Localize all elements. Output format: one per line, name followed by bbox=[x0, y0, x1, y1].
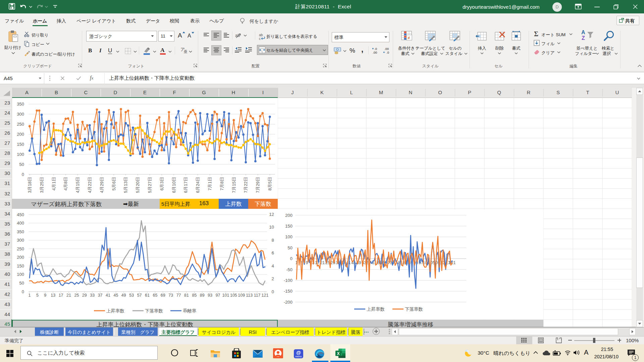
svg-text:5: 5 bbox=[36, 293, 39, 298]
svg-text:41: 41 bbox=[106, 293, 110, 298]
svg-text:200: 200 bbox=[285, 213, 292, 218]
svg-text:250: 250 bbox=[17, 246, 24, 251]
svg-text:5月27日: 5月27日 bbox=[147, 177, 152, 193]
svg-text:8: 8 bbox=[272, 238, 274, 243]
svg-text:300: 300 bbox=[17, 112, 24, 117]
svg-text:-150: -150 bbox=[284, 289, 292, 294]
svg-text:2: 2 bbox=[272, 276, 274, 281]
svg-text:6月17日: 6月17日 bbox=[183, 177, 188, 193]
svg-text:65: 65 bbox=[153, 293, 157, 298]
svg-text:0: 0 bbox=[290, 256, 292, 261]
svg-text:97: 97 bbox=[216, 293, 220, 298]
svg-text:150: 150 bbox=[17, 142, 24, 147]
svg-text:50: 50 bbox=[19, 281, 24, 286]
svg-text:-50: -50 bbox=[286, 267, 292, 272]
svg-text:≠: ≠ bbox=[408, 35, 410, 40]
svg-text:4: 4 bbox=[272, 263, 274, 268]
svg-text:ab: ab bbox=[235, 33, 240, 38]
svg-text:.00: .00 bbox=[384, 47, 389, 51]
svg-text:4月29日: 4月29日 bbox=[99, 177, 104, 193]
svg-text:6月24日: 6月24日 bbox=[195, 177, 200, 193]
svg-text:7月15日: 7月15日 bbox=[231, 177, 236, 193]
svg-text:4月8日: 4月8日 bbox=[63, 177, 68, 190]
svg-text:61: 61 bbox=[145, 293, 150, 298]
svg-text:81: 81 bbox=[184, 293, 189, 298]
svg-text:8月5日: 8月5日 bbox=[267, 177, 272, 190]
svg-text:100: 100 bbox=[17, 152, 24, 157]
svg-text:7月8日: 7月8日 bbox=[219, 177, 224, 190]
svg-text:150: 150 bbox=[285, 224, 292, 229]
svg-text:77: 77 bbox=[176, 293, 181, 298]
svg-text:57: 57 bbox=[137, 293, 142, 298]
svg-text:45: 45 bbox=[113, 293, 118, 298]
svg-text:3月25日: 3月25日 bbox=[39, 177, 44, 193]
svg-text:50: 50 bbox=[288, 245, 292, 250]
svg-text:105: 105 bbox=[230, 293, 237, 298]
svg-text:4月1日: 4月1日 bbox=[51, 177, 56, 190]
svg-text:400: 400 bbox=[17, 221, 24, 226]
svg-text:85: 85 bbox=[192, 293, 197, 298]
svg-text:12: 12 bbox=[269, 212, 274, 217]
svg-text:4月22日: 4月22日 bbox=[87, 177, 92, 193]
svg-text:.00: .00 bbox=[373, 51, 377, 54]
svg-text:@: @ bbox=[296, 350, 301, 355]
svg-text:.0: .0 bbox=[386, 51, 389, 54]
svg-text:乖離率: 乖離率 bbox=[183, 308, 197, 313]
svg-text:上昇率数: 上昇率数 bbox=[367, 307, 385, 312]
svg-text:0: 0 bbox=[22, 289, 24, 294]
svg-text:-100: -100 bbox=[284, 278, 292, 283]
svg-text:89: 89 bbox=[200, 293, 205, 298]
svg-text:53: 53 bbox=[129, 293, 134, 298]
svg-text:5月6日: 5月6日 bbox=[111, 177, 116, 190]
svg-text:21: 21 bbox=[66, 293, 71, 298]
svg-text:X: X bbox=[337, 351, 339, 356]
svg-text:3月18日: 3月18日 bbox=[27, 177, 32, 193]
svg-text:450: 450 bbox=[17, 212, 24, 217]
svg-text:0: 0 bbox=[22, 172, 24, 177]
svg-text:下落率数: 下落率数 bbox=[145, 308, 163, 313]
svg-text:73: 73 bbox=[168, 293, 173, 298]
svg-text:113: 113 bbox=[246, 293, 253, 298]
svg-text:6月10日: 6月10日 bbox=[171, 177, 176, 193]
svg-text:350: 350 bbox=[17, 229, 24, 234]
svg-text:6: 6 bbox=[272, 250, 274, 255]
svg-text:menu: menu bbox=[296, 355, 302, 358]
svg-text:121: 121 bbox=[262, 293, 269, 298]
svg-text:.0: .0 bbox=[374, 47, 377, 51]
svg-text:25: 25 bbox=[74, 293, 79, 298]
svg-text:9: 9 bbox=[44, 293, 46, 298]
svg-text:5月13日: 5月13日 bbox=[123, 177, 128, 193]
svg-text:250: 250 bbox=[17, 122, 24, 127]
svg-text:93: 93 bbox=[208, 293, 212, 298]
svg-text:1: 1 bbox=[29, 293, 31, 298]
svg-text:350: 350 bbox=[17, 102, 24, 107]
svg-text:29: 29 bbox=[82, 293, 87, 298]
svg-text:200: 200 bbox=[17, 255, 24, 260]
svg-text:10: 10 bbox=[269, 225, 274, 230]
svg-text:109: 109 bbox=[238, 293, 245, 298]
svg-text:6月3日: 6月3日 bbox=[159, 177, 164, 190]
svg-text:101: 101 bbox=[222, 293, 229, 298]
svg-text:7月1日: 7月1日 bbox=[207, 177, 212, 190]
svg-text:4月15日: 4月15日 bbox=[75, 177, 80, 193]
svg-text:下落率数: 下落率数 bbox=[405, 307, 423, 312]
svg-text:49: 49 bbox=[121, 293, 126, 298]
svg-text:300: 300 bbox=[17, 238, 24, 243]
svg-text:c: c bbox=[259, 37, 261, 41]
svg-text:上昇率数: 上昇率数 bbox=[106, 308, 124, 313]
svg-text:100: 100 bbox=[17, 272, 24, 277]
svg-text:69: 69 bbox=[161, 293, 165, 298]
svg-text:150: 150 bbox=[17, 263, 24, 268]
svg-text:200: 200 bbox=[17, 132, 24, 137]
svg-text:0: 0 bbox=[272, 289, 274, 294]
svg-text:13: 13 bbox=[51, 293, 55, 298]
svg-text:5月20日: 5月20日 bbox=[135, 177, 140, 193]
svg-text:-200: -200 bbox=[284, 300, 292, 305]
svg-text:33: 33 bbox=[90, 293, 95, 298]
svg-text:117: 117 bbox=[254, 293, 261, 298]
svg-text:50: 50 bbox=[19, 162, 24, 167]
svg-text:37: 37 bbox=[98, 293, 103, 298]
svg-text:7月29日: 7月29日 bbox=[255, 177, 260, 193]
svg-text:100: 100 bbox=[285, 234, 292, 239]
svg-text:17: 17 bbox=[59, 293, 63, 298]
